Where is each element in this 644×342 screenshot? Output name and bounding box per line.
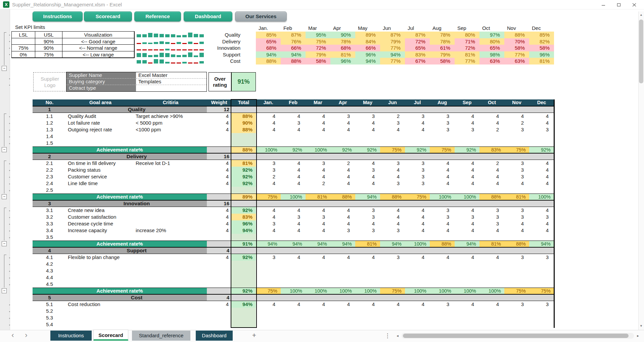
summary-cell[interactable]: 80% <box>455 32 479 38</box>
cell-goal[interactable]: Increase capacity <box>66 227 134 234</box>
achievement-month[interactable]: 94% <box>330 241 355 247</box>
cell-month[interactable]: 2 <box>380 113 405 120</box>
cell-month[interactable]: 3 <box>355 227 380 234</box>
cell-month[interactable]: 4 <box>281 220 306 227</box>
kpi-cell[interactable]: <-- Normal range <box>62 45 134 51</box>
cell-total[interactable]: 88% <box>231 113 256 120</box>
achievement-month[interactable]: 75% <box>504 147 529 153</box>
nav-button-reference[interactable]: Reference <box>134 11 181 22</box>
cell-month[interactable]: 4 <box>281 301 306 308</box>
cell-month[interactable]: 3 <box>281 120 306 126</box>
cell-criteria[interactable]: increase 20% <box>134 227 207 234</box>
supplier-field-value-buying-category[interactable]: Templates <box>136 79 206 85</box>
cell-month[interactable]: 4 <box>430 220 455 227</box>
cell-month[interactable]: 4 <box>281 254 306 261</box>
cell-month[interactable]: 4 <box>380 126 405 133</box>
sheet-tab-standard-reference[interactable]: Standard_reference <box>132 331 190 341</box>
summary-cell[interactable]: 81% <box>455 51 479 58</box>
cell-month[interactable]: 3 <box>504 160 529 167</box>
cell-weight[interactable]: 4 <box>207 120 231 126</box>
cell-weight[interactable]: 4 <box>207 160 231 167</box>
kpi-cell[interactable]: <-- Good range <box>62 38 134 45</box>
cell-month[interactable]: 4 <box>455 180 479 187</box>
summary-cell[interactable]: 88% <box>281 58 306 65</box>
vertical-scrollbar-thumb[interactable] <box>639 19 643 83</box>
cell-month[interactable]: 4 <box>380 207 405 214</box>
scroll-left-icon[interactable]: ◂ <box>395 333 400 339</box>
cell-month[interactable]: 4 <box>330 220 355 227</box>
cell-month[interactable]: 4 <box>455 113 479 120</box>
summary-cell[interactable]: 72% <box>405 38 430 45</box>
maximize-icon[interactable] <box>611 0 627 9</box>
summary-cell[interactable]: 78% <box>430 32 455 38</box>
kpi-cell[interactable]: 0% <box>12 51 35 58</box>
summary-cell[interactable]: 78% <box>430 38 455 45</box>
cell-month[interactable]: 4 <box>256 126 281 133</box>
cell-no[interactable]: 4.1 <box>33 254 66 261</box>
cell-weight[interactable]: 4 <box>207 126 231 133</box>
cell-month[interactable]: 3 <box>405 180 430 187</box>
cell-total[interactable]: 92% <box>231 173 256 180</box>
cell-weight[interactable]: 4 <box>207 214 231 220</box>
cell-month[interactable]: 4 <box>405 227 430 234</box>
achievement-month[interactable]: 94% <box>455 241 479 247</box>
cell-total[interactable]: 88% <box>231 126 256 133</box>
cell-month[interactable]: 4 <box>330 207 355 214</box>
cell-no[interactable]: 5.3 <box>33 314 66 321</box>
cell-criteria[interactable] <box>134 167 207 173</box>
cell-weight[interactable]: 4 <box>207 167 231 173</box>
achievement-month[interactable]: 94% <box>281 241 306 247</box>
nav-button-scorecard[interactable]: Scorecard <box>84 11 132 22</box>
summary-cell[interactable]: 70% <box>504 38 529 45</box>
cell-month[interactable]: 4 <box>330 180 355 187</box>
cell-month[interactable]: 4 <box>330 167 355 173</box>
cell-goal[interactable]: Customer service <box>66 173 134 180</box>
cell-month[interactable]: 3 <box>479 207 504 214</box>
cell-total[interactable] <box>231 187 256 194</box>
cell-month[interactable]: 4 <box>281 227 306 234</box>
cell-month[interactable]: 3 <box>504 254 529 261</box>
cell-month[interactable]: 3 <box>504 214 529 220</box>
summary-cell[interactable]: 63% <box>504 58 529 65</box>
achievement-month[interactable]: 100% <box>330 288 355 294</box>
achievement-month[interactable]: 75% <box>256 288 281 294</box>
cell-weight[interactable]: 4 <box>207 180 231 187</box>
cell-criteria[interactable] <box>134 220 207 227</box>
cell-month[interactable]: 4 <box>306 126 330 133</box>
cell-goal[interactable]: Create new idea <box>66 207 134 214</box>
cell-no[interactable]: 1.3 <box>33 126 66 133</box>
cell-month[interactable]: 4 <box>330 126 355 133</box>
kpi-cell[interactable]: 90% <box>35 45 62 51</box>
cell-criteria[interactable]: < 5000 ppm <box>134 120 207 126</box>
kpi-cell[interactable]: 75% <box>35 51 62 58</box>
cell-month[interactable]: 3 <box>256 254 281 261</box>
cell-month[interactable]: 4 <box>479 120 504 126</box>
achievement-month[interactable]: 100% <box>306 288 330 294</box>
cell-month[interactable]: 4 <box>529 160 554 167</box>
cell-month[interactable]: 4 <box>380 167 405 173</box>
cell-total[interactable] <box>231 140 256 146</box>
cell-month[interactable]: 3 <box>355 113 380 120</box>
cell-month[interactable]: 4 <box>455 227 479 234</box>
cell-no[interactable]: 1.5 <box>33 140 66 146</box>
summary-cell[interactable]: 95% <box>306 32 330 38</box>
cell-month[interactable]: 4 <box>430 160 455 167</box>
cell-month[interactable]: 4 <box>330 254 355 261</box>
cell-month[interactable]: 4 <box>504 220 529 227</box>
summary-cell[interactable]: 94% <box>355 58 380 65</box>
cell-month[interactable]: 4 <box>306 220 330 227</box>
cell-month[interactable]: 4 <box>355 301 380 308</box>
cell-goal[interactable]: Cost reduction <box>66 301 134 308</box>
cell-criteria[interactable]: Receive lot D-1 <box>134 160 207 167</box>
cell-goal[interactable]: Line Idle time <box>66 180 134 187</box>
summary-cell[interactable]: 87% <box>281 32 306 38</box>
summary-cell[interactable]: 58% <box>504 45 529 51</box>
cell-month[interactable]: 4 <box>455 220 479 227</box>
cell-total[interactable]: 92% <box>231 254 256 261</box>
cell-month[interactable]: 4 <box>355 254 380 261</box>
cell-month[interactable]: 4 <box>479 227 504 234</box>
cell-month[interactable]: 3 <box>380 227 405 234</box>
achievement-month[interactable]: 75% <box>405 194 430 200</box>
summary-cell[interactable]: 81% <box>529 58 554 65</box>
cell-no[interactable]: 2.3 <box>33 173 66 180</box>
